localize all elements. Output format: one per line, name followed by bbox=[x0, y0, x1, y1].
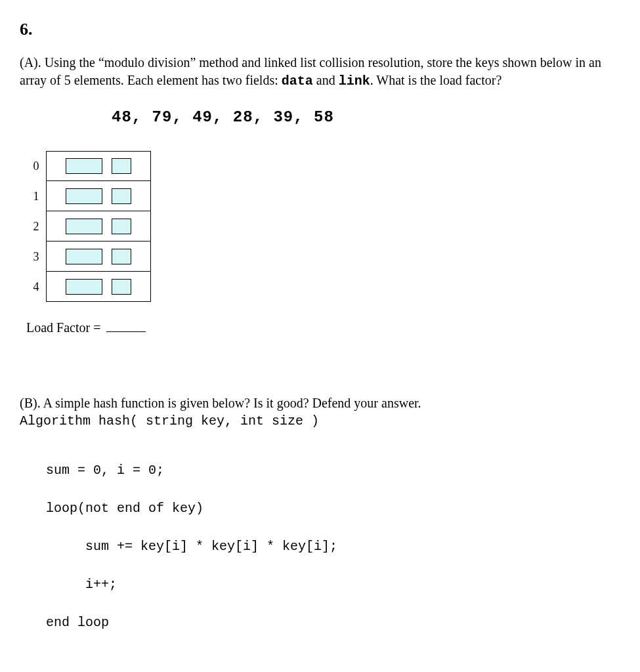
data-field-box bbox=[66, 158, 102, 174]
part-b-label: (B). bbox=[20, 396, 41, 410]
part-a-text2: . What is the load factor? bbox=[370, 73, 502, 87]
code-line: loop(not end of key) bbox=[46, 499, 620, 518]
data-field-box bbox=[66, 188, 102, 204]
field-link-word: link bbox=[339, 74, 370, 89]
code-line: sum += key[i] * key[i] * key[i]; bbox=[46, 537, 620, 556]
part-a-label: (A). bbox=[20, 55, 41, 70]
row-index: 4 bbox=[26, 280, 46, 294]
link-field-box bbox=[112, 249, 131, 264]
row-index: 1 bbox=[26, 190, 46, 203]
data-field-box bbox=[66, 279, 102, 295]
row-index: 0 bbox=[26, 159, 46, 173]
part-b-prompt: (B). A simple hash function is given bel… bbox=[20, 394, 620, 412]
data-field-box bbox=[66, 219, 102, 234]
part-a-prompt: (A). Using the “modulo division” method … bbox=[20, 54, 620, 90]
array-slot bbox=[46, 151, 151, 181]
array-slot bbox=[46, 211, 151, 242]
link-field-box bbox=[112, 279, 131, 295]
hash-table-diagram: 0 1 2 3 4 bbox=[26, 151, 620, 302]
data-field-box bbox=[66, 249, 102, 264]
row-index: 3 bbox=[26, 250, 46, 264]
table-row: 1 bbox=[26, 181, 620, 211]
link-field-box bbox=[112, 188, 131, 204]
code-line: i++; bbox=[46, 575, 620, 594]
table-row: 4 bbox=[26, 272, 620, 302]
and-word: and bbox=[313, 73, 339, 87]
algorithm-signature: Algorithm hash( string key, int size ) bbox=[20, 413, 620, 429]
keys-list: 48, 79, 49, 28, 39, 58 bbox=[112, 108, 620, 126]
load-factor-label: Load Factor = bbox=[26, 320, 100, 335]
code-line: end loop bbox=[46, 613, 620, 632]
load-factor-blank bbox=[106, 331, 146, 332]
array-slot bbox=[46, 181, 151, 211]
table-row: 0 bbox=[26, 151, 620, 181]
code-line: sum = 0, i = 0; bbox=[46, 461, 620, 480]
part-b-text: A simple hash function is given below? I… bbox=[41, 396, 421, 410]
array-slot bbox=[46, 272, 151, 302]
link-field-box bbox=[112, 158, 131, 174]
table-row: 2 bbox=[26, 211, 620, 242]
field-data-word: data bbox=[282, 74, 313, 89]
array-slot bbox=[46, 242, 151, 272]
row-index: 2 bbox=[26, 220, 46, 234]
question-number: 6. bbox=[20, 20, 620, 39]
link-field-box bbox=[112, 219, 131, 234]
load-factor-line: Load Factor = bbox=[26, 320, 620, 335]
table-row: 3 bbox=[26, 242, 620, 272]
algorithm-body: sum = 0, i = 0; loop(not end of key) sum… bbox=[46, 442, 620, 672]
